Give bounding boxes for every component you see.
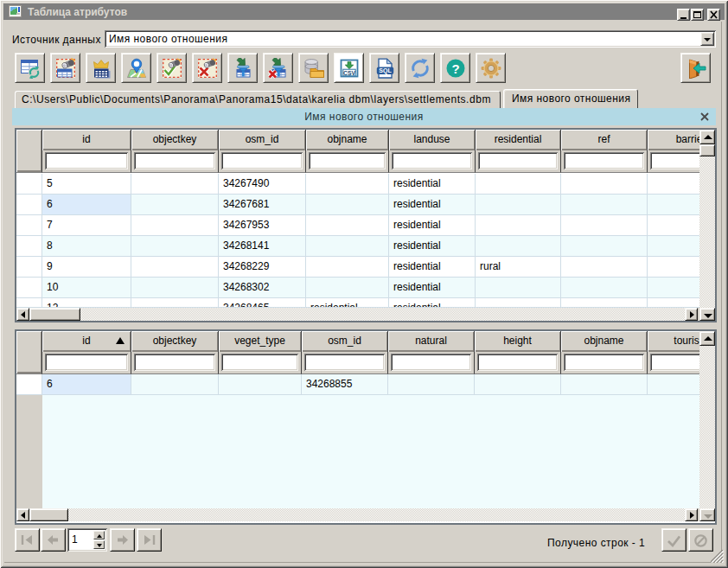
svg-text:?: ? [451, 61, 459, 76]
svg-text:CSV: CSV [343, 70, 355, 76]
svg-text:SQL: SQL [379, 67, 392, 74]
